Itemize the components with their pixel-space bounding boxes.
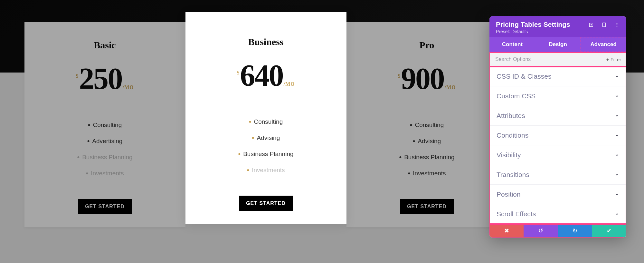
pricing-card-basic: Basic $ 250 /MO Consulting Advertising B… (24, 22, 185, 227)
chevron-down-icon (615, 113, 619, 118)
section-label: Visibility (497, 151, 521, 159)
chevron-down-icon (615, 133, 619, 138)
section-label: CSS ID & Classes (497, 73, 551, 80)
section-transitions[interactable]: Transitions (489, 165, 626, 185)
section-label: Transitions (497, 171, 529, 179)
svg-point-4 (617, 23, 618, 24)
feature-item: Consulting (198, 113, 334, 130)
card-title: Pro (359, 40, 495, 51)
check-icon: ✔ (607, 227, 611, 234)
section-css-id-classes[interactable]: CSS ID & Classes (489, 67, 626, 86)
chevron-down-icon (615, 94, 619, 98)
feature-list: Consulting Advertising Business Planning… (37, 117, 173, 181)
search-row: Filter (489, 52, 626, 67)
panel-title: Pricing Tables Settings (496, 21, 570, 28)
more-icon[interactable] (614, 22, 620, 28)
feature-item: Advising (359, 133, 495, 149)
price-row: $ 250 /MO (37, 63, 173, 94)
card-title: Business (198, 36, 334, 47)
price-period: /MO (445, 84, 456, 90)
section-conditions[interactable]: Conditions (489, 126, 626, 145)
filter-button[interactable]: Filter (601, 53, 626, 66)
section-label: Position (497, 190, 521, 198)
pricing-card-business: Business $ 640 /MO Consulting Advising B… (185, 12, 346, 224)
pricing-card-pro: Pro $ 900 /MO Consulting Advising Busine… (346, 22, 507, 227)
tab-content[interactable]: Content (489, 37, 535, 52)
redo-button[interactable]: ↻ (558, 224, 592, 238)
feature-item: Consulting (359, 117, 495, 133)
chevron-down-icon (615, 212, 619, 216)
currency: $ (398, 73, 400, 79)
feature-item: Investments (359, 165, 495, 181)
feature-item: Consulting (37, 117, 173, 133)
pricing-tables: Basic $ 250 /MO Consulting Advertising B… (20, 22, 512, 227)
close-icon: ✖ (504, 227, 509, 234)
price-row: $ 900 /MO (359, 63, 495, 94)
section-label: Attributes (497, 112, 525, 120)
price-row: $ 640 /MO (198, 60, 334, 91)
section-scroll-effects[interactable]: Scroll Effects (489, 204, 626, 224)
chevron-down-icon (615, 172, 619, 177)
svg-point-5 (617, 24, 618, 25)
currency: $ (237, 70, 239, 76)
price-amount: 250 (79, 63, 122, 94)
undo-button[interactable]: ↺ (524, 224, 558, 238)
search-input[interactable] (489, 52, 601, 66)
feature-item: Investments (37, 165, 173, 181)
price-period: /MO (123, 84, 134, 90)
section-label: Scroll Effects (497, 210, 536, 218)
svg-point-1 (591, 24, 592, 25)
expand-icon[interactable] (588, 22, 594, 28)
section-position[interactable]: Position (489, 185, 626, 204)
feature-list: Consulting Advising Business Planning In… (198, 113, 334, 178)
feature-item: Advertising (37, 133, 173, 149)
section-label: Custom CSS (497, 92, 535, 100)
preset-dropdown[interactable]: Preset: Default (496, 29, 570, 34)
feature-item: Business Planning (198, 146, 334, 162)
section-visibility[interactable]: Visibility (489, 145, 626, 165)
get-started-button[interactable]: GET STARTED (400, 199, 454, 214)
price-amount: 900 (401, 63, 444, 94)
svg-point-6 (617, 26, 618, 27)
panel-header-icons (588, 21, 620, 28)
settings-panel: Pricing Tables Settings Preset: Default … (489, 16, 626, 238)
feature-item: Investments (198, 162, 334, 178)
cancel-button[interactable]: ✖ (489, 224, 524, 238)
feature-item: Business Planning (37, 149, 173, 165)
section-list: CSS ID & Classes Custom CSS Attributes C… (489, 67, 626, 224)
redo-icon: ↻ (573, 227, 577, 234)
card-title: Basic (37, 40, 173, 51)
chevron-down-icon (615, 74, 619, 79)
tablet-icon[interactable] (601, 22, 607, 28)
section-label: Conditions (497, 132, 528, 139)
panel-footer: ✖ ↺ ↻ ✔ (489, 224, 626, 238)
price-amount: 640 (240, 60, 283, 91)
feature-list: Consulting Advising Business Planning In… (359, 117, 495, 181)
get-started-button[interactable]: GET STARTED (239, 196, 293, 211)
section-custom-css[interactable]: Custom CSS (489, 86, 626, 106)
confirm-button[interactable]: ✔ (592, 224, 626, 238)
panel-tabs: Content Design Advanced (489, 37, 626, 52)
panel-header[interactable]: Pricing Tables Settings Preset: Default (489, 16, 626, 37)
feature-item: Business Planning (359, 149, 495, 165)
undo-icon: ↺ (538, 227, 543, 234)
feature-item: Advising (198, 130, 334, 146)
price-period: /MO (284, 81, 295, 87)
chevron-down-icon (615, 192, 619, 197)
tab-advanced[interactable]: Advanced (581, 37, 626, 52)
section-attributes[interactable]: Attributes (489, 106, 626, 126)
tab-design[interactable]: Design (535, 37, 581, 52)
currency: $ (76, 73, 78, 79)
get-started-button[interactable]: GET STARTED (78, 199, 132, 214)
chevron-down-icon (615, 153, 619, 157)
